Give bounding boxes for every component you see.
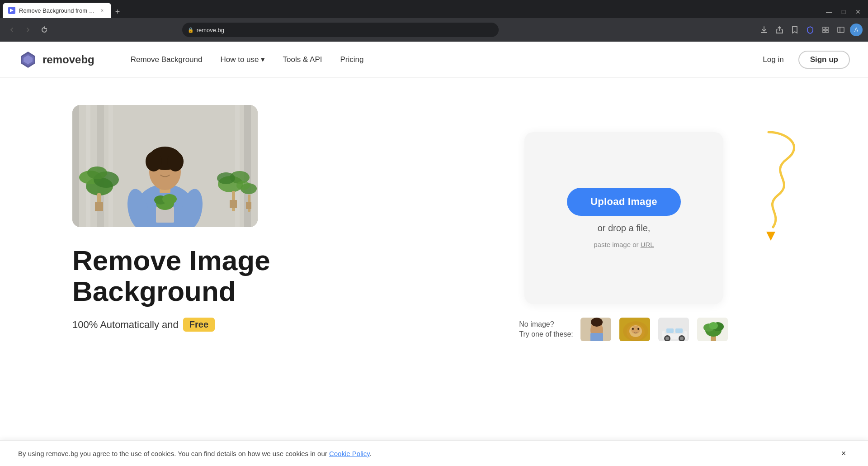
svg-rect-60 xyxy=(675,328,683,333)
maximize-btn[interactable]: □ xyxy=(837,5,850,18)
logo[interactable]: removebg xyxy=(18,50,94,70)
forward-btn[interactable] xyxy=(22,24,34,36)
svg-rect-31 xyxy=(246,202,251,209)
refresh-btn[interactable] xyxy=(38,24,51,36)
cookie-banner: By using remove.bg you agree to the use … xyxy=(0,440,868,466)
upload-image-button[interactable]: Upload Image xyxy=(567,188,681,216)
svg-marker-0 xyxy=(10,9,14,12)
svg-rect-22 xyxy=(95,202,103,211)
nav-right: Log in Sign up xyxy=(755,51,850,69)
svg-point-62 xyxy=(665,337,669,340)
sample-thumb-plant[interactable] xyxy=(696,317,729,342)
svg-rect-3 xyxy=(823,30,825,33)
svg-point-48 xyxy=(591,318,603,327)
login-button[interactable]: Log in xyxy=(755,52,791,68)
svg-point-20 xyxy=(87,166,107,179)
nav-links: Remove Background How to use ▾ Tools & A… xyxy=(122,51,373,68)
svg-point-55 xyxy=(637,328,639,330)
active-tab[interactable]: Remove Background from Image × xyxy=(3,3,111,18)
bookmark-icon[interactable] xyxy=(788,24,801,36)
tab-bar: Remove Background from Image × + — □ ✕ xyxy=(0,0,868,18)
close-btn[interactable]: ✕ xyxy=(852,5,864,18)
hero-image xyxy=(72,105,258,227)
extensions-icon[interactable] xyxy=(819,24,832,36)
svg-rect-46 xyxy=(590,333,603,342)
signup-button[interactable]: Sign up xyxy=(798,51,850,69)
profile-avatar[interactable]: A xyxy=(850,24,863,36)
sidebar-icon[interactable] xyxy=(835,24,847,36)
minimize-btn[interactable]: — xyxy=(823,5,835,18)
svg-point-39 xyxy=(167,152,184,171)
share-icon[interactable] xyxy=(773,24,786,36)
tab-close-btn[interactable]: × xyxy=(99,7,106,14)
svg-rect-4 xyxy=(826,30,828,33)
svg-point-43 xyxy=(162,194,177,204)
logo-text: removebg xyxy=(42,53,94,66)
window-controls: — □ ✕ xyxy=(823,5,868,18)
lock-icon: 🔒 xyxy=(188,27,194,33)
sample-thumb-lion[interactable] xyxy=(618,317,651,342)
svg-rect-14 xyxy=(108,105,113,227)
url-link[interactable]: URL xyxy=(641,241,654,248)
svg-rect-27 xyxy=(230,200,237,208)
hero-title: Remove Image Background xyxy=(72,245,416,307)
svg-rect-59 xyxy=(666,328,674,333)
tab-favicon xyxy=(8,7,15,14)
sample-images-row: No image? Try one of these: xyxy=(519,317,728,342)
back-btn[interactable] xyxy=(5,24,18,36)
free-badge: Free xyxy=(183,318,215,332)
svg-point-38 xyxy=(146,152,162,171)
paste-text: paste image or URL xyxy=(594,241,654,248)
download-icon[interactable] xyxy=(758,24,770,36)
hero-section: Remove Image Background 100% Automatical… xyxy=(0,78,868,360)
cookie-policy-link[interactable]: Cookie Policy xyxy=(329,450,370,457)
upload-card[interactable]: Upload Image or drop a file, paste image… xyxy=(524,132,723,304)
browser-chrome: Remove Background from Image × + — □ ✕ 🔒… xyxy=(0,0,868,42)
svg-rect-16 xyxy=(235,105,240,227)
tab-title: Remove Background from Image xyxy=(19,7,95,14)
navbar: removebg Remove Background How to use ▾ … xyxy=(0,42,868,78)
svg-point-64 xyxy=(680,337,684,340)
website: removebg Remove Background How to use ▾ … xyxy=(0,42,868,466)
address-text: remove.bg xyxy=(197,27,224,33)
svg-rect-2 xyxy=(826,27,828,29)
cookie-close-btn[interactable]: × xyxy=(837,447,850,460)
address-bar-row: 🔒 remove.bg A xyxy=(0,18,868,42)
nav-tools-api[interactable]: Tools & API xyxy=(274,52,331,68)
new-tab-btn[interactable]: + xyxy=(111,5,124,18)
svg-rect-11 xyxy=(72,105,79,227)
svg-point-70 xyxy=(709,322,718,329)
no-image-text: No image? Try one of these: xyxy=(519,319,573,340)
hero-subtitle: 100% Automatically and Free xyxy=(72,318,416,332)
cookie-text: By using remove.bg you agree to the use … xyxy=(18,450,826,457)
nav-remove-background[interactable]: Remove Background xyxy=(122,52,212,68)
svg-rect-5 xyxy=(838,27,844,33)
sample-thumb-person[interactable] xyxy=(580,317,612,342)
svg-point-29 xyxy=(236,181,250,190)
hero-right: Upload Image or drop a file, paste image… xyxy=(452,105,796,342)
nav-pricing[interactable]: Pricing xyxy=(331,52,373,68)
hero-left: Remove Image Background 100% Automatical… xyxy=(72,105,416,332)
sample-thumb-car[interactable] xyxy=(657,317,690,342)
drop-text: or drop a file, xyxy=(598,223,651,233)
svg-point-54 xyxy=(632,328,634,330)
nav-how-to-use[interactable]: How to use ▾ xyxy=(211,51,274,68)
chevron-down-icon: ▾ xyxy=(261,55,265,64)
browser-actions: A xyxy=(758,24,863,36)
svg-rect-1 xyxy=(823,27,825,29)
shield-icon[interactable] xyxy=(804,24,816,36)
svg-point-25 xyxy=(217,172,235,184)
address-bar[interactable]: 🔒 remove.bg xyxy=(182,23,499,37)
svg-rect-12 xyxy=(86,105,90,227)
